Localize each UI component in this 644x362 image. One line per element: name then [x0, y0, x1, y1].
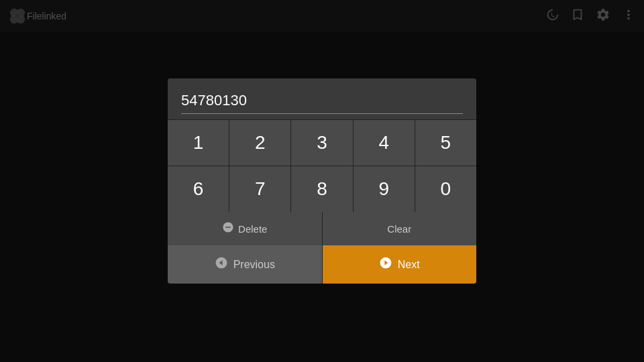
numpad-4[interactable]: 4 [354, 120, 415, 166]
clear-label: Clear [387, 223, 411, 235]
previous-button[interactable]: Previous [168, 245, 322, 284]
numpad-7[interactable]: 7 [229, 166, 290, 212]
delete-label: Delete [238, 223, 267, 235]
numpad-9[interactable]: 9 [354, 166, 415, 212]
clear-button[interactable]: Clear [323, 212, 477, 245]
code-input[interactable] [181, 89, 463, 114]
previous-label: Previous [233, 259, 275, 271]
numpad-6[interactable]: 6 [168, 166, 229, 212]
numpad-1[interactable]: 1 [168, 120, 229, 166]
modal-overlay: 1 2 3 4 5 6 7 8 9 0 Delete Clear [0, 0, 644, 362]
numpad-2[interactable]: 2 [229, 120, 290, 166]
numpad-dialog: 1 2 3 4 5 6 7 8 9 0 Delete Clear [168, 78, 476, 284]
numpad-grid: 1 2 3 4 5 6 7 8 9 0 [168, 119, 476, 212]
delete-button[interactable]: Delete [168, 212, 322, 245]
next-button[interactable]: Next [323, 245, 477, 284]
delete-icon [222, 221, 234, 236]
next-icon [379, 256, 392, 273]
input-area [168, 78, 476, 119]
numpad-8[interactable]: 8 [291, 166, 352, 212]
prev-icon [215, 256, 228, 273]
numpad-5[interactable]: 5 [415, 120, 476, 166]
numpad-0[interactable]: 0 [415, 166, 476, 212]
next-label: Next [398, 259, 420, 271]
nav-row: Previous Next [168, 245, 476, 284]
numpad-3[interactable]: 3 [291, 120, 352, 166]
action-row: Delete Clear [168, 212, 476, 245]
